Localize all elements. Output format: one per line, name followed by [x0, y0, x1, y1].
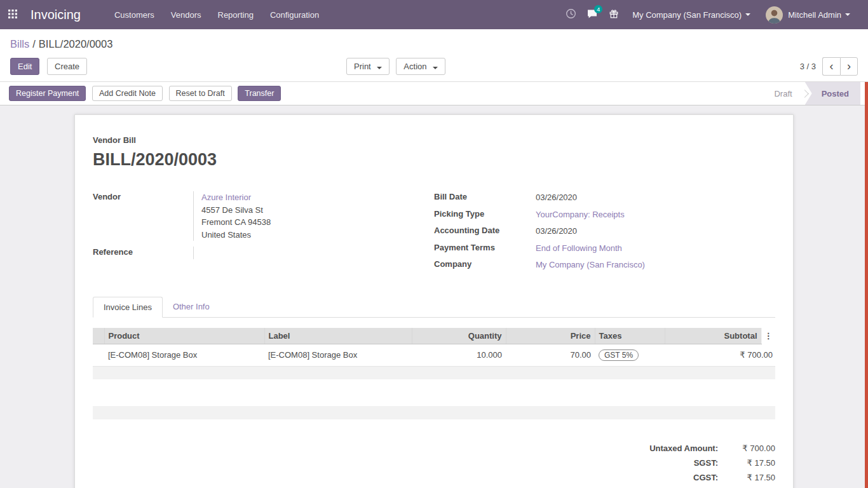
messages-badge: 4	[594, 5, 602, 13]
pager: 3 / 3 ‹ ›	[800, 57, 858, 76]
invoice-lines-table: Product Label Quantity Price Taxes Subto…	[93, 328, 775, 420]
bill-date-label: Bill Date	[434, 191, 536, 207]
control-panel: Bills / BILL/2020/0003 Edit Create Print…	[0, 29, 868, 81]
cell-subtotal: ₹ 700.00	[665, 344, 775, 366]
create-button[interactable]: Create	[47, 58, 87, 75]
vendor-address-line: Fremont CA 94538	[201, 216, 434, 229]
empty-row	[93, 406, 775, 419]
gift-icon	[609, 9, 619, 21]
column-price: Price	[506, 328, 595, 344]
sgst-label: SGST:	[694, 458, 718, 468]
pager-next-button[interactable]: ›	[840, 57, 858, 76]
payment-terms-label: Payment Terms	[434, 242, 536, 258]
cgst-value: ₹ 17.50	[718, 473, 775, 482]
add-credit-note-button[interactable]: Add Credit Note	[92, 86, 163, 101]
main-menu: Customers Vendors Reporting Configuratio…	[106, 0, 327, 29]
accounting-date-label: Accounting Date	[434, 225, 536, 241]
company-name: My Company (San Francisco)	[632, 10, 742, 20]
column-quantity: Quantity	[412, 328, 506, 344]
apps-menu-button[interactable]	[0, 0, 25, 29]
untaxed-amount-label: Untaxed Amount:	[649, 444, 718, 453]
untaxed-amount-value: ₹ 700.00	[718, 444, 775, 453]
optional-columns-icon[interactable]: ⋮	[761, 328, 775, 344]
empty-row	[93, 379, 775, 393]
menu-customers[interactable]: Customers	[106, 0, 163, 29]
company-switcher[interactable]: My Company (San Francisco)	[625, 0, 758, 29]
sgst-value: ₹ 17.50	[718, 458, 775, 468]
breadcrumb-current: BILL/2020/0003	[39, 38, 113, 50]
action-dropdown[interactable]: Action	[396, 58, 445, 75]
notebook-tabs: Invoice Lines Other Info	[93, 296, 775, 318]
invoice-line-row[interactable]: [E-COM08] Storage Box [E-COM08] Storage …	[93, 344, 775, 366]
breadcrumb: Bills / BILL/2020/0003	[0, 29, 868, 56]
apps-grid-icon	[8, 10, 17, 20]
status-posted[interactable]: Posted	[805, 82, 860, 105]
form-view: Vendor Bill BILL/2020/0003 Vendor Azure …	[0, 105, 868, 488]
pager-value: 3 / 3	[800, 62, 816, 71]
caret-down-icon	[433, 67, 438, 69]
user-menu[interactable]: Mitchell Admin	[758, 0, 858, 29]
app-name[interactable]: Invoicing	[31, 8, 81, 22]
vendor-address-line: 4557 De Silva St	[201, 204, 434, 217]
company-field-link[interactable]: My Company (San Francisco)	[536, 260, 645, 269]
tab-invoice-lines[interactable]: Invoice Lines	[93, 297, 163, 318]
cell-quantity: 10.000	[412, 344, 506, 366]
vendor-link[interactable]: Azure Interior	[201, 193, 251, 202]
cell-label: [E-COM08] Storage Box	[264, 344, 412, 366]
accounting-date-value: 03/26/2020	[536, 225, 775, 241]
reset-to-draft-button[interactable]: Reset to Draft	[169, 86, 232, 101]
row-handle	[93, 344, 104, 366]
bill-date-value: 03/26/2020	[536, 191, 775, 207]
company-field-label: Company	[434, 259, 536, 274]
print-dropdown[interactable]: Print	[346, 58, 390, 75]
cell-price: 70.00	[506, 344, 595, 366]
pager-previous-button[interactable]: ‹	[822, 57, 840, 76]
caret-down-icon	[377, 67, 382, 69]
payment-terms-link[interactable]: End of Following Month	[536, 243, 622, 253]
column-product: Product	[104, 328, 264, 344]
form-statusbar: Register Payment Add Credit Note Reset t…	[0, 81, 868, 105]
reference-field-value	[193, 247, 434, 259]
tab-other-info[interactable]: Other Info	[163, 297, 220, 318]
caret-down-icon	[845, 13, 850, 16]
table-header-row: Product Label Quantity Price Taxes Subto…	[93, 328, 775, 344]
column-taxes: Taxes	[595, 328, 665, 344]
vertical-scrollbar[interactable]	[865, 82, 868, 488]
vendor-address-line: United States	[201, 229, 434, 241]
transfer-button[interactable]: Transfer	[238, 86, 281, 101]
bill-number-title: BILL/2020/0003	[93, 150, 775, 170]
breadcrumb-bills-link[interactable]: Bills	[10, 38, 29, 50]
breadcrumb-separator: /	[32, 38, 36, 50]
messages-button[interactable]: 4	[581, 0, 603, 29]
register-payment-button[interactable]: Register Payment	[9, 86, 86, 101]
picking-type-label: Picking Type	[434, 208, 536, 224]
menu-configuration[interactable]: Configuration	[262, 0, 327, 29]
column-subtotal: Subtotal	[665, 328, 761, 344]
reference-field-label: Reference	[93, 247, 193, 259]
cgst-label: CGST:	[693, 473, 718, 482]
caret-down-icon	[745, 13, 750, 16]
top-navbar: Invoicing Customers Vendors Reporting Co…	[0, 0, 868, 29]
edit-button[interactable]: Edit	[10, 58, 39, 75]
gift-button[interactable]	[603, 0, 625, 29]
menu-vendors[interactable]: Vendors	[163, 0, 210, 29]
vendor-field-label: Vendor	[93, 191, 193, 241]
status-pipeline: Draft Posted	[764, 82, 860, 105]
avatar	[766, 6, 783, 24]
user-name: Mitchell Admin	[788, 10, 841, 20]
empty-row	[93, 366, 775, 379]
status-arrow-icon	[801, 90, 809, 98]
cell-taxes: GST 5%	[595, 344, 665, 366]
picking-type-link[interactable]: YourCompany: Receipts	[536, 210, 625, 219]
clock-icon	[566, 8, 576, 21]
drag-handle-column	[93, 328, 104, 344]
empty-row	[93, 393, 775, 406]
cell-product: [E-COM08] Storage Box	[104, 344, 264, 366]
column-label: Label	[264, 328, 412, 344]
document-type-label: Vendor Bill	[93, 135, 775, 145]
status-draft[interactable]: Draft	[764, 82, 801, 105]
totals-summary: Untaxed Amount: ₹ 700.00 SGST: ₹ 17.50 C…	[93, 444, 775, 488]
tax-badge: GST 5%	[599, 349, 639, 361]
menu-reporting[interactable]: Reporting	[210, 0, 262, 29]
activities-button[interactable]	[560, 0, 581, 29]
